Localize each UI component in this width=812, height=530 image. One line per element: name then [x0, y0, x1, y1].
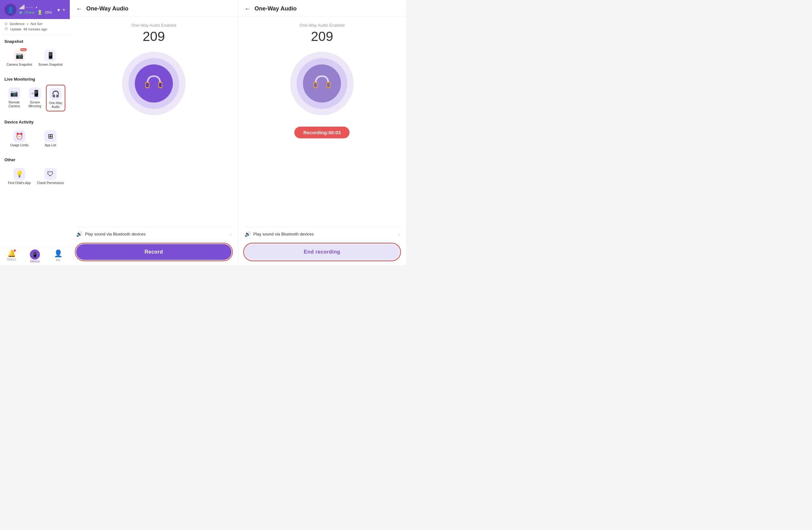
right-back-button[interactable]: ← — [245, 5, 251, 12]
live-monitoring-title: Live Monitoring — [4, 77, 66, 82]
right-chevron-icon: › — [398, 232, 400, 237]
right-headphone-inner — [303, 65, 341, 102]
left-enabled-label: One-Way Audio Enabled — [131, 23, 176, 28]
add-button[interactable]: + — [62, 7, 66, 13]
status-row: Online 🔋 25% — [20, 10, 54, 15]
camera-snapshot-icon: New 📷 — [13, 49, 25, 61]
remote-camera-item[interactable]: 📷 Remote Camera — [4, 85, 24, 111]
check-permissions-icon: 🛡 — [44, 168, 56, 180]
snapshot-section: Snapshot New 📷 Camera Snapshot 📱 Screen … — [0, 35, 70, 73]
left-headphone-outer — [122, 52, 186, 115]
right-panel-header: ← One-Way Audio — [238, 0, 406, 16]
avatar: 👤 — [4, 4, 16, 16]
nav-device[interactable]: 📱 Device — [23, 247, 46, 265]
me-label: Me — [56, 258, 60, 262]
headphone-illustration-right — [311, 72, 333, 95]
signal-bars — [20, 5, 25, 9]
left-bluetooth-label: Play sound via Bluetooth devices — [85, 232, 230, 237]
update-label: Update — [10, 27, 21, 31]
remote-camera-label: Remote Camera — [6, 101, 23, 108]
find-childs-app-icon: 💡 — [13, 168, 25, 180]
dropdown-button[interactable]: ▾ — [57, 7, 60, 13]
device-name-row: — — . ● — [20, 5, 54, 9]
usage-limits-icon: ⏰ — [13, 130, 25, 142]
nav-notice[interactable]: 🔔 Notice — [0, 247, 23, 265]
geofence-status: Not Set — [30, 22, 42, 26]
camera-snapshot-label: Camera Snapshot — [7, 63, 32, 67]
svg-rect-1 — [146, 83, 149, 87]
live-monitoring-grid: 📷 Remote Camera 📲 Screen Mirroring 🎧 One… — [4, 85, 66, 111]
device-label: Device — [30, 260, 40, 263]
update-time: 48 minutes ago — [23, 27, 47, 31]
end-recording-button[interactable]: End recording — [245, 244, 400, 260]
find-childs-app-label: Find Child's App — [8, 181, 31, 185]
left-panel-footer: 🔊 Play sound via Bluetooth devices › Rec… — [70, 227, 238, 265]
check-permissions-item[interactable]: 🛡 Check Permissions — [35, 165, 66, 187]
right-panel-title: One-Way Audio — [255, 5, 297, 12]
header-actions: ▾ + — [57, 7, 66, 13]
left-panel-title: One-Way Audio — [86, 5, 129, 12]
right-enabled-label: One-Way Audio Enabled — [300, 23, 345, 28]
right-headphone-middle — [296, 58, 347, 109]
other-section: Other 💡 Find Child's App 🛡 Check Permiss… — [0, 154, 70, 191]
snapshot-grid: New 📷 Camera Snapshot 📱 Screen Snapshot — [4, 47, 66, 69]
screen-mirroring-label: Screen Mirroring — [26, 101, 43, 108]
one-way-audio-label: One-Way Audio — [48, 101, 63, 109]
record-button[interactable]: Record — [76, 244, 232, 260]
screen-snapshot-item[interactable]: 📱 Screen Snapshot — [35, 47, 66, 69]
person-icon: 👤 — [54, 249, 62, 258]
right-bluetooth-label: Play sound via Bluetooth devices — [253, 232, 398, 237]
right-bluetooth-row[interactable]: 🔊 Play sound via Bluetooth devices › — [245, 227, 400, 241]
find-childs-app-item[interactable]: 💡 Find Child's App — [4, 165, 34, 187]
one-way-audio-item[interactable]: 🎧 One-Way Audio — [46, 85, 66, 111]
left-panel-content: One-Way Audio Enabled 209 — [70, 16, 238, 227]
usage-limits-item[interactable]: ⏰ Usage Limits — [4, 128, 34, 149]
headphone-illustration-left — [143, 72, 165, 95]
remote-camera-icon: 📷 — [8, 87, 20, 99]
left-count: 209 — [143, 29, 165, 44]
left-back-button[interactable]: ← — [76, 5, 83, 12]
update-row: ⏱ Update 48 minutes ago — [4, 27, 66, 31]
app-list-label: App List — [45, 143, 56, 147]
snapshot-title: Snapshot — [4, 39, 66, 44]
left-headphone-inner — [135, 65, 173, 102]
battery-label: 25% — [45, 11, 52, 14]
notice-label: Notice — [7, 258, 16, 261]
right-panel-footer: 🔊 Play sound via Bluetooth devices › End… — [238, 227, 406, 265]
app-list-item[interactable]: ⊞ App List — [35, 128, 66, 149]
live-monitoring-section: Live Monitoring 📷 Remote Camera 📲 Screen… — [0, 73, 70, 116]
device-activity-title: Device Activity — [4, 120, 66, 125]
geofence-label: Geofence — [10, 22, 25, 26]
left-bluetooth-row[interactable]: 🔊 Play sound via Bluetooth devices › — [76, 227, 232, 241]
header-info: — — . ● Online 🔋 25% — [20, 5, 54, 15]
svg-rect-5 — [314, 83, 317, 87]
geofence-icon: ⊙ — [4, 22, 8, 26]
right-headphone-outer — [290, 52, 354, 115]
screen-mirroring-icon: 📲 — [29, 87, 41, 99]
bluetooth-icon-left: 🔊 — [76, 231, 83, 237]
device-info-bar: ⊙ Geofence ● Not Set ⏱ Update 48 minutes… — [0, 19, 70, 35]
nav-me[interactable]: 👤 Me — [47, 247, 70, 265]
other-grid: 💡 Find Child's App 🛡 Check Permissions — [4, 165, 66, 187]
new-badge: New — [20, 48, 27, 51]
left-panel: ← One-Way Audio One-Way Audio Enabled 20… — [70, 0, 238, 265]
bluetooth-icon-right: 🔊 — [245, 231, 251, 237]
sidebar-header: 👤 — — . ● Online 🔋 25% ▾ + — [0, 0, 70, 19]
left-panel-header: ← One-Way Audio — [70, 0, 238, 16]
recording-badge: Recording:00:03 — [294, 127, 350, 138]
bottom-nav: 🔔 Notice 📱 Device 👤 Me — [0, 247, 70, 265]
screen-snapshot-label: Screen Snapshot — [38, 63, 63, 67]
screen-snapshot-icon: 📱 — [44, 49, 56, 61]
right-panel: ← One-Way Audio One-Way Audio Enabled 20… — [238, 0, 406, 265]
main-area: ← One-Way Audio One-Way Audio Enabled 20… — [70, 0, 406, 265]
sidebar: 👤 — — . ● Online 🔋 25% ▾ + — [0, 0, 70, 265]
geofence-row: ⊙ Geofence ● Not Set — [4, 22, 66, 26]
notice-icon-wrap: 🔔 — [7, 249, 16, 258]
app-list-icon: ⊞ — [44, 130, 56, 142]
other-title: Other — [4, 157, 66, 162]
camera-snapshot-item[interactable]: New 📷 Camera Snapshot — [4, 47, 34, 69]
left-chevron-icon: › — [230, 232, 232, 237]
screen-mirroring-item[interactable]: 📲 Screen Mirroring — [25, 85, 44, 111]
online-indicator — [20, 11, 22, 14]
right-count: 209 — [311, 29, 333, 44]
